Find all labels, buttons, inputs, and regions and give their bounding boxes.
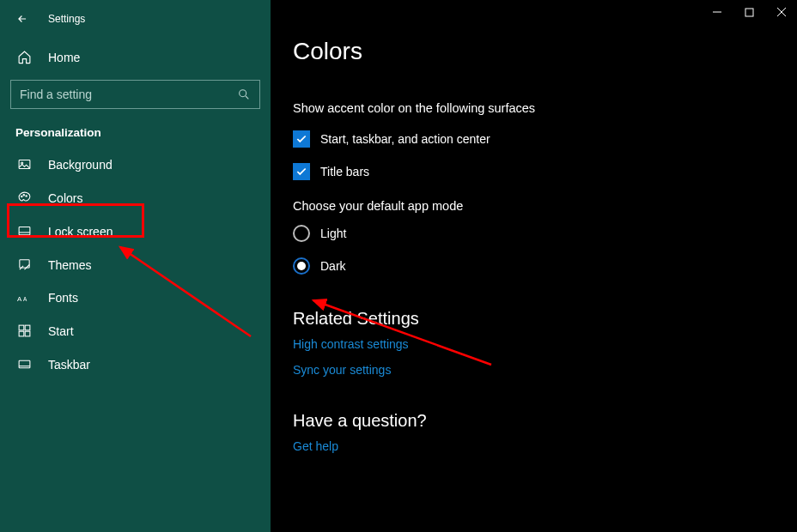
content-area: Colors Show accent color on the followin… [271, 0, 797, 453]
svg-point-5 [25, 196, 26, 196]
lockscreen-icon [15, 224, 33, 239]
radio-icon [293, 225, 310, 242]
back-button[interactable] [12, 9, 33, 29]
svg-rect-11 [25, 325, 30, 330]
start-icon [15, 323, 33, 338]
sidebar-item-background[interactable]: Background [0, 148, 271, 181]
svg-rect-6 [19, 227, 30, 235]
svg-rect-13 [25, 331, 30, 336]
radio-light[interactable]: Light [293, 225, 797, 242]
nav-home[interactable]: Home [0, 41, 271, 73]
section-header: Personalization [0, 114, 271, 148]
sidebar-item-label: Start [48, 324, 74, 338]
checkbox-label: Title bars [320, 165, 369, 178]
svg-rect-14 [19, 360, 30, 368]
titlebar: Settings [0, 5, 271, 33]
svg-point-0 [240, 90, 246, 97]
sidebar-item-colors[interactable]: Colors [0, 181, 271, 215]
home-icon [15, 50, 33, 64]
sidebar-item-label: Colors [48, 191, 82, 205]
search-icon [235, 88, 252, 101]
sidebar-item-themes[interactable]: Themes [0, 248, 271, 281]
checkbox-start-taskbar[interactable]: Start, taskbar, and action center [293, 130, 797, 148]
search-input[interactable] [20, 88, 235, 101]
checkbox-title-bars[interactable]: Title bars [293, 163, 797, 180]
sidebar-item-label: Themes [48, 258, 92, 272]
sidebar: Settings Home Personalization Background… [0, 0, 271, 532]
sidebar-item-taskbar[interactable]: Taskbar [0, 348, 271, 381]
palette-icon [15, 190, 33, 205]
sidebar-item-label: Lock screen [48, 225, 113, 239]
link-get-help[interactable]: Get help [293, 439, 797, 453]
svg-rect-16 [745, 9, 753, 16]
radio-label: Dark [320, 259, 346, 273]
fonts-icon: AA [15, 292, 33, 304]
search-box[interactable] [10, 80, 260, 109]
svg-rect-12 [19, 331, 24, 336]
sidebar-item-start[interactable]: Start [0, 314, 271, 348]
main-panel: Colors Show accent color on the followin… [271, 0, 797, 532]
svg-point-3 [21, 196, 21, 196]
svg-text:A: A [23, 296, 27, 302]
window-controls [712, 7, 787, 20]
related-heading: Related Settings [293, 309, 797, 329]
sidebar-item-fonts[interactable]: AA Fonts [0, 281, 271, 314]
window-title: Settings [48, 13, 85, 25]
svg-point-4 [23, 195, 24, 196]
radio-dark[interactable]: Dark [293, 257, 797, 275]
radio-icon [293, 257, 310, 275]
page-title: Colors [293, 38, 797, 65]
sidebar-item-label: Fonts [48, 291, 78, 305]
svg-text:A: A [17, 295, 22, 303]
mode-heading: Choose your default app mode [293, 199, 797, 213]
minimize-button[interactable] [712, 7, 722, 20]
checkbox-icon [293, 163, 310, 180]
checkbox-label: Start, taskbar, and action center [320, 132, 490, 146]
question-heading: Have a question? [293, 411, 797, 431]
checkbox-icon [293, 130, 310, 148]
link-sync-settings[interactable]: Sync your settings [293, 363, 797, 377]
themes-icon [15, 257, 33, 272]
nav-home-label: Home [48, 51, 80, 64]
radio-label: Light [320, 227, 346, 240]
close-button[interactable] [776, 7, 787, 20]
sidebar-item-lockscreen[interactable]: Lock screen [0, 215, 271, 248]
maximize-button[interactable] [745, 7, 754, 20]
svg-rect-10 [19, 325, 24, 330]
sidebar-item-label: Taskbar [48, 358, 90, 372]
picture-icon [15, 157, 33, 172]
taskbar-icon [15, 357, 33, 372]
link-high-contrast[interactable]: High contrast settings [293, 337, 797, 351]
sidebar-item-label: Background [48, 158, 113, 172]
surfaces-heading: Show accent color on the following surfa… [293, 101, 797, 115]
